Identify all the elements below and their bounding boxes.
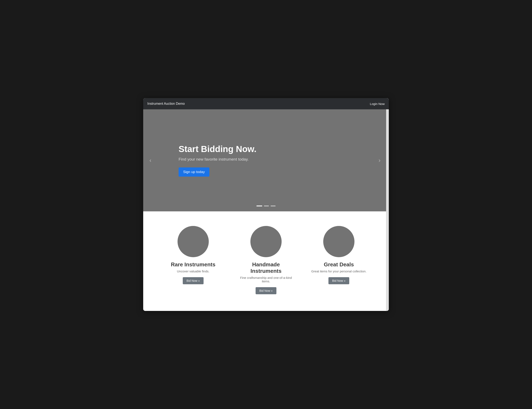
carousel-next-button[interactable]: › bbox=[377, 155, 383, 166]
card-2: Handmade Instruments Fine craftsmanship … bbox=[233, 222, 299, 298]
cards-section: Rare Instruments Uncover valuable finds.… bbox=[143, 211, 389, 311]
hero-subtitle: Find your new favorite instrument today. bbox=[179, 157, 256, 162]
carousel-dots bbox=[256, 205, 276, 206]
card-bid-button-2[interactable]: Bid Now » bbox=[256, 287, 276, 294]
card-image-3 bbox=[323, 226, 354, 257]
navbar: Instrument Auction Demo Login Now bbox=[143, 98, 389, 109]
card-image-2 bbox=[250, 226, 282, 257]
card-title-3: Great Deals bbox=[324, 261, 354, 268]
card-3: Great Deals Great items for your persona… bbox=[306, 222, 372, 298]
carousel-prev-button[interactable]: ‹ bbox=[147, 155, 153, 166]
carousel-dot-1[interactable] bbox=[256, 205, 262, 206]
card-title-2: Handmade Instruments bbox=[237, 261, 295, 274]
card-desc-1: Uncover valuable finds. bbox=[177, 270, 209, 273]
card-1: Rare Instruments Uncover valuable finds.… bbox=[160, 222, 226, 298]
card-desc-2: Fine craftsmanship and one-of-a-kind ite… bbox=[237, 276, 295, 283]
brand-title: Instrument Auction Demo bbox=[147, 102, 185, 106]
card-desc-3: Great items for your personal collection… bbox=[311, 270, 366, 273]
hero-cta-button[interactable]: Sign up today bbox=[179, 167, 209, 177]
card-image-1 bbox=[178, 226, 209, 257]
card-title-1: Rare Instruments bbox=[171, 261, 216, 268]
card-bid-button-1[interactable]: Bid Now » bbox=[183, 277, 204, 284]
login-button[interactable]: Login Now bbox=[370, 100, 385, 107]
hero-content: Start Bidding Now. Find your new favorit… bbox=[179, 144, 256, 177]
carousel-dot-2[interactable] bbox=[264, 205, 269, 206]
carousel-dot-3[interactable] bbox=[271, 205, 276, 206]
card-bid-button-3[interactable]: Bid Now » bbox=[328, 277, 349, 284]
hero-section: ‹ Start Bidding Now. Find your new favor… bbox=[143, 109, 389, 211]
browser-window: Instrument Auction Demo Login Now ‹ Star… bbox=[143, 98, 389, 311]
hero-title: Start Bidding Now. bbox=[179, 144, 256, 154]
